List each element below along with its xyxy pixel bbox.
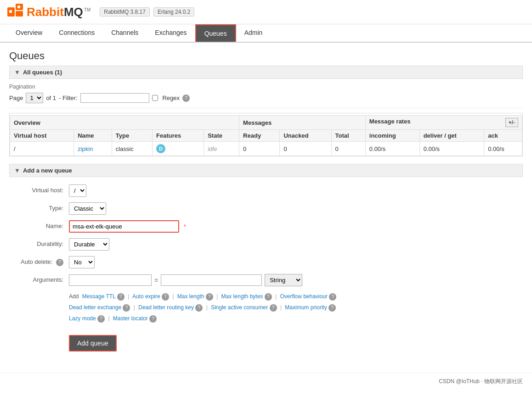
- arguments-control: = String Number Boolean List: [69, 274, 302, 286]
- type-control: Classic Quorum: [69, 202, 106, 215]
- rabbitmq-logo-icon: [7, 4, 24, 20]
- durability-control: Durable Transient: [69, 238, 109, 251]
- add-link-max-length-bytes[interactable]: Max length bytes: [221, 293, 263, 300]
- all-queues-label: All queues (1): [23, 69, 62, 76]
- add-link-dead-letter-exchange[interactable]: Dead letter exchange: [69, 304, 121, 311]
- arguments-row: Arguments: = String Number Boolean List: [9, 271, 523, 289]
- row-type: classic: [112, 142, 152, 156]
- col-type: Type: [112, 130, 152, 142]
- add-queue-form: Virtual host: / Type: Classic Quorum: [9, 177, 523, 356]
- regex-help-icon[interactable]: ?: [182, 95, 190, 102]
- max-length-help-icon[interactable]: ?: [206, 293, 213, 301]
- table-row: / zipkin classic D idle 0 0 0 0.00/s 0: [10, 142, 522, 156]
- add-label: Add: [69, 293, 79, 300]
- of-label: of 1: [46, 95, 56, 101]
- nav-channels[interactable]: Channels: [103, 24, 147, 42]
- messages-group-header: Messages: [239, 116, 366, 130]
- add-link-message-ttl[interactable]: Message TTL: [82, 293, 116, 300]
- svg-rect-4: [17, 6, 20, 8]
- auto-delete-row: Auto delete: ? No Yes: [9, 253, 523, 271]
- features-badge-d: D: [156, 144, 165, 153]
- max-length-bytes-help-icon[interactable]: ?: [265, 293, 272, 301]
- add-link-single-active-consumer[interactable]: Single active consumer: [211, 304, 268, 311]
- add-link-overflow-behaviour[interactable]: Overflow behaviour: [280, 293, 327, 300]
- args-type-select[interactable]: String Number Boolean List: [265, 274, 302, 286]
- add-queue-arrow-icon: ▼: [14, 167, 20, 174]
- add-column-button[interactable]: +/-: [505, 118, 518, 127]
- nav-connections[interactable]: Connections: [51, 24, 103, 42]
- add-link-auto-expire[interactable]: Auto expire: [132, 293, 160, 300]
- header: RabbitMQTM RabbitMQ 3.8.17 Erlang 24.0.2: [0, 0, 532, 24]
- virtual-host-row: Virtual host: /: [9, 182, 523, 200]
- auto-delete-select[interactable]: No Yes: [69, 256, 95, 268]
- row-features: D: [153, 142, 204, 156]
- col-virtual-host: Virtual host: [10, 130, 74, 142]
- row-virtual-host: /: [10, 142, 74, 156]
- page-title: Queues: [9, 50, 523, 62]
- args-eq: =: [154, 277, 158, 284]
- maximum-priority-help-icon[interactable]: ?: [328, 304, 336, 312]
- regex-label: Regex: [163, 95, 180, 101]
- add-link-dead-letter-routing-key[interactable]: Dead letter routing key: [138, 304, 194, 311]
- pagination-label: Pagination: [9, 84, 523, 90]
- footer: CSDN @IoTHub · 物联网开源社区: [0, 373, 532, 390]
- col-features: Features: [153, 130, 204, 142]
- name-input[interactable]: [69, 220, 179, 233]
- add-queue-section-label: Add a new queue: [23, 167, 72, 174]
- overflow-behaviour-help-icon[interactable]: ?: [329, 293, 336, 301]
- main-content: Queues ▼ All queues (1) Pagination Page …: [0, 43, 532, 363]
- name-control: *: [69, 220, 186, 233]
- auto-expire-help-icon[interactable]: ?: [162, 293, 169, 301]
- durability-select[interactable]: Durable Transient: [69, 238, 109, 251]
- queue-name-link[interactable]: zipkin: [78, 145, 93, 152]
- nav-admin[interactable]: Admin: [236, 24, 271, 42]
- filter-input[interactable]: [80, 93, 149, 103]
- lazy-mode-help-icon[interactable]: ?: [97, 315, 105, 323]
- rabbitmq-version-badge: RabbitMQ 3.8.17: [100, 7, 150, 17]
- row-unacked: 0: [280, 142, 331, 156]
- add-queue-button[interactable]: Add queue: [69, 335, 117, 351]
- nav-exchanges[interactable]: Exchanges: [147, 24, 195, 42]
- args-key-input[interactable]: [69, 274, 152, 286]
- row-total: 0: [331, 142, 365, 156]
- virtual-host-label: Virtual host:: [9, 184, 69, 194]
- all-queues-section-header[interactable]: ▼ All queues (1): [9, 66, 523, 79]
- svg-rect-3: [9, 10, 12, 13]
- arguments-label: Arguments:: [9, 274, 69, 283]
- add-link-max-length[interactable]: Max length: [177, 293, 204, 300]
- add-link-lazy-mode[interactable]: Lazy mode: [69, 315, 96, 322]
- virtual-host-select[interactable]: /: [69, 184, 86, 197]
- nav-queues[interactable]: Queues: [195, 24, 236, 42]
- type-row: Type: Classic Quorum: [9, 200, 523, 218]
- page-label: Page: [9, 95, 23, 101]
- single-active-consumer-help-icon[interactable]: ?: [270, 304, 277, 312]
- logo-tm: TM: [84, 7, 91, 12]
- section-arrow-icon: ▼: [14, 69, 20, 76]
- nav-overview[interactable]: Overview: [7, 24, 51, 42]
- add-link-master-locator[interactable]: Master locator: [113, 315, 148, 322]
- type-select[interactable]: Classic Quorum: [69, 202, 106, 215]
- regex-checkbox[interactable]: [152, 95, 158, 101]
- pagination-section: Pagination Page 1 of 1 - Filter: Regex ?: [9, 79, 523, 108]
- page-select[interactable]: 1: [26, 93, 43, 103]
- dead-letter-routing-key-help-icon[interactable]: ?: [195, 304, 203, 312]
- add-link-maximum-priority[interactable]: Maximum priority: [285, 304, 327, 311]
- dead-letter-exchange-help-icon[interactable]: ?: [123, 304, 130, 312]
- auto-delete-label: Auto delete: ?: [9, 256, 69, 266]
- auto-delete-control: No Yes: [69, 256, 95, 268]
- master-locator-help-icon[interactable]: ?: [149, 315, 157, 323]
- durability-row: Durability: Durable Transient: [9, 235, 523, 253]
- name-required-star: *: [184, 223, 186, 230]
- add-links-section: Add Message TTL ? | Auto expire ? | Max …: [9, 289, 523, 326]
- args-value-input[interactable]: [161, 274, 262, 286]
- message-ttl-help-icon[interactable]: ?: [117, 293, 125, 301]
- durability-label: Durability:: [9, 238, 69, 247]
- auto-delete-help-icon[interactable]: ?: [56, 259, 63, 266]
- filter-label: - Filter:: [59, 95, 77, 101]
- add-queue-section-header[interactable]: ▼ Add a new queue: [9, 164, 523, 177]
- args-row: = String Number Boolean List: [69, 274, 302, 286]
- row-ready: 0: [239, 142, 280, 156]
- row-deliver-get: 0.00/s: [419, 142, 484, 156]
- name-row: Name: *: [9, 218, 523, 235]
- type-label: Type:: [9, 202, 69, 212]
